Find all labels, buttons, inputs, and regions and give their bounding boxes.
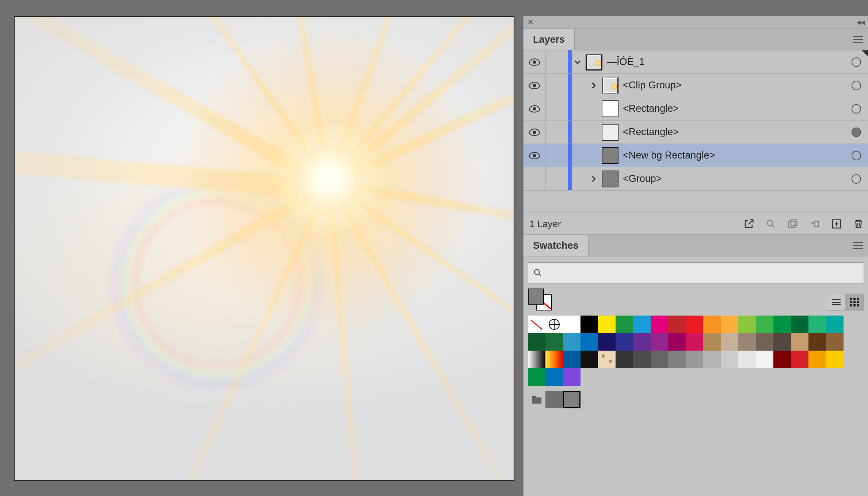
new-layer-icon[interactable] [831, 218, 842, 229]
lock-toggle[interactable] [546, 74, 568, 97]
disclosure-triangle[interactable] [588, 176, 599, 182]
swatch[interactable] [668, 351, 686, 368]
swatch[interactable] [563, 368, 580, 386]
swatch[interactable] [563, 351, 580, 368]
swatch[interactable] [563, 333, 580, 351]
fill-stroke-indicator[interactable] [528, 289, 552, 310]
swatch[interactable] [791, 333, 808, 351]
layer-row[interactable]: <Clip Group> [524, 74, 868, 97]
swatch[interactable] [580, 351, 598, 368]
swatch[interactable] [686, 333, 703, 351]
swatch[interactable] [738, 316, 756, 333]
list-view-button[interactable] [827, 294, 845, 310]
swatch[interactable] [826, 351, 844, 368]
swatches-panel-menu[interactable] [853, 235, 863, 256]
swatch[interactable] [791, 351, 808, 368]
swatch[interactable] [633, 351, 651, 368]
swatch[interactable] [808, 333, 826, 351]
swatch[interactable] [721, 351, 738, 368]
layer-name-label[interactable]: <Group> [623, 173, 662, 184]
target-indicator[interactable] [852, 121, 861, 144]
visibility-toggle[interactable] [524, 167, 546, 190]
swatch[interactable] [563, 391, 580, 408]
swatch[interactable] [633, 333, 651, 351]
swatch[interactable] [721, 333, 738, 351]
layer-name-label[interactable]: —ÎÓÈ_1 [607, 56, 645, 68]
new-sublayer-icon[interactable] [809, 218, 820, 229]
visibility-toggle[interactable] [524, 121, 546, 144]
swatch[interactable] [528, 368, 545, 386]
swatch[interactable] [598, 333, 616, 351]
swatch[interactable] [633, 316, 651, 333]
swatch[interactable] [668, 316, 686, 333]
swatch[interactable] [563, 316, 580, 333]
swatch[interactable] [756, 351, 773, 368]
swatch[interactable] [756, 333, 773, 351]
swatch[interactable] [528, 333, 545, 351]
layer-row[interactable]: —ÎÓÈ_1 [524, 50, 868, 74]
close-panel-icon[interactable]: ✕ [527, 18, 534, 26]
swatch[interactable] [598, 351, 616, 368]
layer-thumbnail[interactable] [602, 100, 618, 117]
layer-options-corner[interactable] [862, 50, 868, 57]
swatch[interactable] [756, 316, 773, 333]
layer-row[interactable]: <Group> [524, 167, 868, 191]
clipping-mask-icon[interactable] [787, 218, 798, 229]
swatch[interactable] [721, 316, 738, 333]
layer-name-label[interactable]: <Rectangle> [623, 126, 679, 138]
visibility-toggle[interactable] [524, 74, 546, 97]
lock-toggle[interactable] [546, 97, 568, 120]
layer-row[interactable]: <Rectangle> [524, 121, 868, 144]
lock-toggle[interactable] [546, 50, 568, 73]
swatch[interactable] [703, 333, 721, 351]
swatch[interactable] [545, 351, 563, 368]
swatch[interactable] [651, 333, 668, 351]
swatch-search[interactable] [528, 262, 864, 283]
swatch[interactable] [651, 351, 668, 368]
layer-name-label[interactable]: <New bg Rectangle> [623, 150, 715, 161]
swatch[interactable] [545, 333, 563, 351]
swatch-search-input[interactable] [547, 267, 859, 278]
layer-thumbnail[interactable] [602, 124, 618, 141]
target-indicator[interactable] [852, 167, 861, 190]
swatch[interactable] [738, 333, 756, 351]
swatch[interactable] [616, 333, 633, 351]
layer-name-label[interactable]: <Clip Group> [623, 80, 682, 91]
swatch[interactable] [580, 333, 598, 351]
swatch[interactable] [703, 316, 721, 333]
tab-layers[interactable]: Layers [524, 29, 575, 50]
swatch[interactable] [528, 351, 545, 368]
target-indicator[interactable] [852, 144, 861, 167]
search-layers-icon[interactable] [765, 218, 776, 229]
visibility-toggle[interactable] [524, 144, 546, 167]
swatch[interactable] [703, 351, 721, 368]
visibility-toggle[interactable] [524, 50, 546, 73]
swatch[interactable] [773, 316, 791, 333]
swatch[interactable] [545, 316, 563, 333]
swatch[interactable] [528, 316, 545, 333]
layer-row[interactable]: <New bg Rectangle> [524, 144, 868, 167]
layer-thumbnail[interactable] [602, 147, 618, 164]
layer-thumbnail[interactable] [602, 77, 618, 94]
layers-empty-area[interactable] [524, 191, 868, 213]
swatch[interactable] [808, 351, 826, 368]
layer-thumbnail[interactable] [602, 171, 618, 187]
swatch[interactable] [668, 333, 686, 351]
grid-view-button[interactable] [845, 294, 864, 310]
fill-swatch[interactable] [528, 289, 544, 305]
layer-thumbnail[interactable] [586, 54, 602, 70]
disclosure-triangle[interactable] [572, 59, 583, 65]
swatch[interactable] [686, 351, 703, 368]
lock-toggle[interactable] [546, 167, 568, 190]
tab-swatches[interactable]: Swatches [524, 235, 589, 256]
layer-name-label[interactable]: <Rectangle> [623, 103, 679, 114]
disclosure-triangle[interactable] [588, 82, 599, 89]
target-indicator[interactable] [852, 50, 861, 73]
swatch[interactable] [791, 316, 808, 333]
lock-toggle[interactable] [546, 121, 568, 144]
layer-row[interactable]: <Rectangle> [524, 97, 868, 121]
swatch[interactable] [545, 368, 563, 386]
target-indicator[interactable] [852, 74, 861, 97]
swatch[interactable] [738, 351, 756, 368]
swatch[interactable] [773, 351, 791, 368]
